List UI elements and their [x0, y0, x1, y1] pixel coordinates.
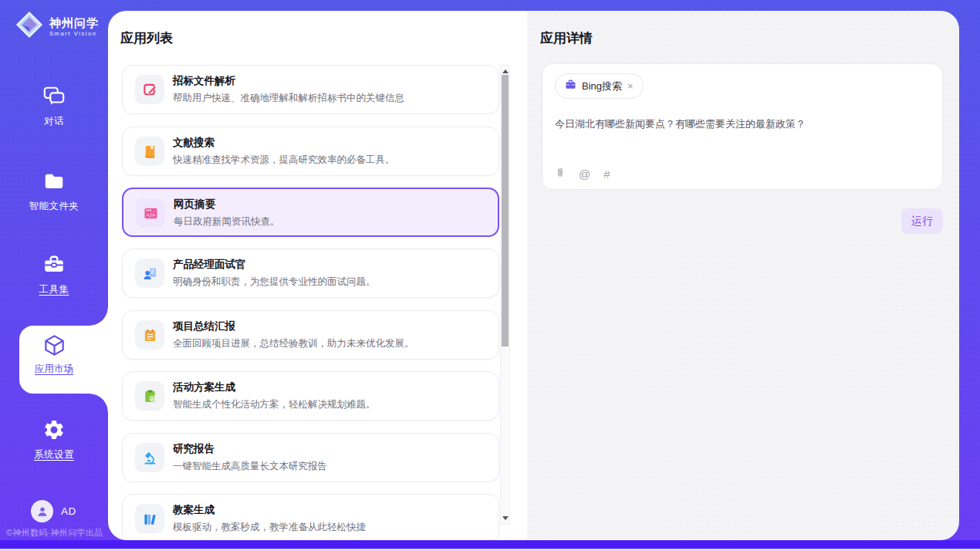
app-card-title: 项目总结汇报 [173, 319, 235, 333]
app-card-desc: 智能生成个性化活动方案，轻松解决规划难题。 [173, 398, 376, 411]
app-card-desc: 一键智能生成高质量长文本研究报告 [173, 460, 327, 473]
app-list-title: 应用列表 [120, 29, 173, 47]
chat-icon [42, 97, 66, 110]
avatar[interactable] [31, 500, 53, 522]
app-detail-panel: 应用详情 Bing搜索 × 今日湖北有哪些新闻要点？有哪些需要关注的最新政策？ [527, 11, 959, 540]
mention-icon[interactable]: @ [579, 167, 590, 181]
scrollbar-thumb[interactable] [502, 75, 509, 346]
sidebar-item-label: 工具集 [0, 283, 108, 296]
app-card-title: 文献搜索 [173, 136, 215, 150]
app-list-panel: 应用列表 招标文件解析 帮助用户快速、准确地理解和解析招标书中的关键信息 文献搜… [108, 11, 527, 540]
person-icon [35, 505, 49, 519]
app-card-desc: 模板驱动，教案秒成，教学准备从此轻松快捷 [173, 521, 366, 534]
tool-tag-bing-search[interactable]: Bing搜索 × [555, 73, 644, 99]
brand-logo: 神州问学 Smart Vision [15, 10, 99, 42]
folder-icon [42, 182, 66, 195]
app-card-event-plan[interactable]: 活动方案生成 智能生成个性化活动方案，轻松解决规划难题。 [122, 371, 499, 421]
brand-name: 神州问学 [49, 16, 99, 29]
browser-code-icon: </> [136, 198, 165, 228]
app-card-lesson-plan[interactable]: 教案生成 模板驱动，教案秒成，教学准备从此轻松快捷 [122, 494, 499, 540]
sidebar-item-label: 应用市场 [0, 363, 108, 376]
paperclip-icon[interactable] [555, 166, 566, 182]
prompt-card: Bing搜索 × 今日湖北有哪些新闻要点？有哪些需要关注的最新政策？ @ # [542, 63, 943, 190]
sidebar-item-settings[interactable]: 系统设置 [0, 418, 108, 461]
run-button[interactable]: 运行 [901, 208, 943, 234]
sidebar-item-label: 对话 [0, 115, 108, 128]
sidebar-item-toolset[interactable]: 工具集 [0, 253, 108, 296]
sidebar-item-label: 智能文件夹 [0, 200, 108, 213]
interviewer-icon [135, 259, 164, 288]
user-initials: AD [61, 505, 76, 517]
app-card-literature-search[interactable]: 文献搜索 快速精准查找学术资源，提高研究效率的必备工具。 [122, 127, 499, 176]
tool-tag-label: Bing搜索 [582, 79, 622, 93]
app-card-desc: 明确身份和职责，为您提供专业性的面试问题。 [173, 276, 376, 289]
app-card-desc: 全面回顾项目进展，总结经验教训，助力未来优化发展。 [173, 337, 414, 350]
gem-logo-icon [15, 10, 44, 42]
scroll-up-icon[interactable] [502, 69, 509, 73]
app-window: 神州问学 Smart Vision 对话 智能文件夹 [0, 0, 980, 551]
app-card-project-summary[interactable]: 项目总结汇报 全面回顾项目进展，总结经验教训，助力未来优化发展。 [122, 310, 499, 360]
app-card-title: 研究报告 [173, 442, 215, 456]
app-card-title: 教案生成 [173, 503, 215, 517]
user-profile[interactable]: AD [31, 500, 76, 522]
books-icon [135, 504, 164, 533]
scroll-down-icon[interactable] [502, 516, 509, 520]
microscope-icon [135, 443, 164, 472]
app-detail-title: 应用详情 [540, 29, 593, 47]
sidebar-item-chat[interactable]: 对话 [0, 85, 108, 128]
app-card-desc: 快速精准查找学术资源，提高研究效率的必备工具。 [173, 154, 395, 167]
query-input[interactable]: 今日湖北有哪些新闻要点？有哪些需要关注的最新政策？ [555, 117, 925, 131]
notepad-icon [135, 320, 164, 350]
pen-square-icon [135, 75, 164, 104]
attachment-toolbar: @ # [555, 166, 610, 182]
tab-notch-bottom [90, 394, 108, 412]
clipboard-check-icon [135, 381, 164, 411]
app-card-pm-interviewer[interactable]: 产品经理面试官 明确身份和职责，为您提供专业性的面试问题。 [122, 248, 499, 298]
app-card-web-summary-selected[interactable]: </> 网页摘要 每日政府新闻资讯快查。 [122, 188, 499, 237]
book-icon [135, 137, 164, 166]
sidebar-item-label: 系统设置 [0, 448, 108, 461]
app-card-title: 招标文件解析 [173, 74, 235, 88]
close-icon[interactable]: × [627, 81, 634, 91]
app-card-title: 产品经理面试官 [173, 258, 246, 272]
app-card-desc: 帮助用户快速、准确地理解和解析招标书中的关键信息 [173, 92, 404, 105]
app-card-bid-analysis[interactable]: 招标文件解析 帮助用户快速、准确地理解和解析招标书中的关键信息 [122, 65, 499, 114]
cube-icon [42, 346, 66, 360]
briefcase-icon [565, 79, 576, 93]
gear-icon [42, 431, 66, 444]
app-list-scrollbar[interactable] [500, 65, 510, 525]
app-card-title: 活动方案生成 [173, 380, 235, 394]
hash-icon[interactable]: # [603, 167, 610, 181]
tab-notch-top [90, 307, 108, 326]
sidebar-item-app-market[interactable]: 应用市场 [0, 333, 108, 376]
toolbox-icon [42, 265, 66, 279]
app-card-desc: 每日政府新闻资讯快查。 [174, 215, 280, 228]
copyright-text: ©神州数码·神州问学出品 [6, 527, 108, 539]
app-card-title: 网页摘要 [174, 198, 215, 211]
sidebar-item-smart-folders[interactable]: 智能文件夹 [0, 170, 108, 213]
brand-subtitle: Smart Vision [49, 30, 99, 37]
svg-text:</>: </> [146, 211, 154, 217]
app-card-research-report[interactable]: 研究报告 一键智能生成高质量长文本研究报告 [122, 433, 499, 482]
